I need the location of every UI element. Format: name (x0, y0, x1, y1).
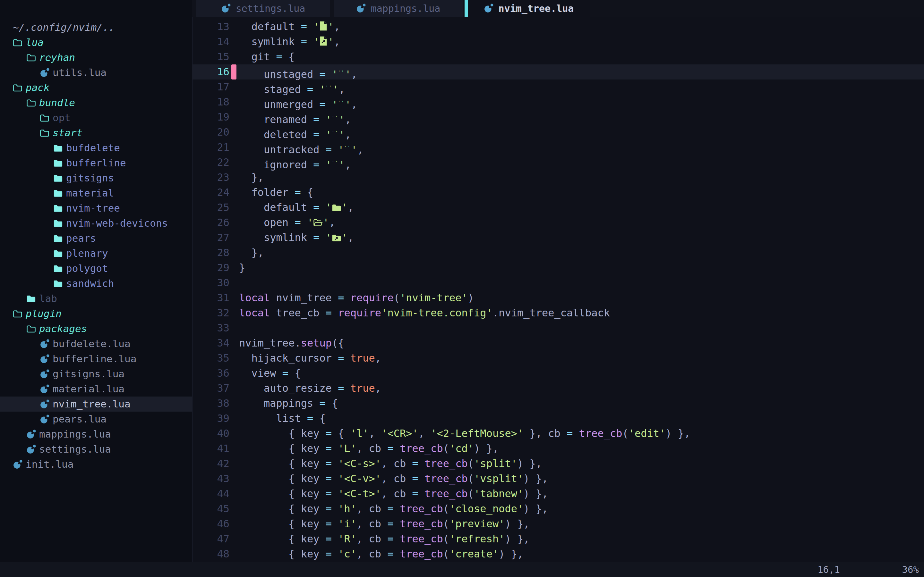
tree-item-label: plugin (26, 306, 61, 321)
tree-item-bundle[interactable]: bundle (0, 95, 192, 110)
sign-column (229, 290, 239, 306)
tree-item-gitsigns[interactable]: gitsigns (0, 171, 192, 185)
line-number: 36 (192, 366, 229, 381)
code-line-30[interactable]: 30 (192, 276, 924, 290)
line-number: 18 (192, 95, 229, 110)
code-line-46[interactable]: 46 { key = 'i', cb = tree_cb('preview') … (192, 516, 924, 532)
code-line-22[interactable]: 22 ignored = '''', (192, 155, 924, 170)
line-number: 38 (192, 396, 229, 411)
code-line-13[interactable]: 13 default = '', (192, 19, 924, 34)
code-line-28[interactable]: 28 }, (192, 245, 924, 260)
tab-nvim_tree-lua[interactable]: nvim_tree.lua (468, 0, 590, 17)
file-icon (319, 21, 328, 31)
folder-icon (53, 204, 66, 213)
code-line-24[interactable]: 24 folder = { (192, 185, 924, 200)
sign-column (229, 335, 239, 351)
code-line-37[interactable]: 37 auto_resize = true, (192, 381, 924, 396)
tree-item-nvim-tree[interactable]: nvim-tree (0, 201, 192, 216)
tree-item-lua[interactable]: lua (0, 35, 192, 50)
tree-item-material[interactable]: material (0, 185, 192, 201)
line-text: auto_resize = true, (239, 381, 381, 396)
code-line-23[interactable]: 23 }, (192, 170, 924, 185)
tree-item-bufferline[interactable]: bufferline (0, 155, 192, 171)
tab-label: mappings.lua (371, 3, 441, 14)
tree-item-bufferline-lua[interactable]: bufferline.lua (0, 351, 192, 366)
code-line-31[interactable]: 31local nvim_tree = require('nvim-tree') (192, 290, 924, 306)
tree-item-init-lua[interactable]: init.lua (0, 457, 192, 472)
code-line-42[interactable]: 42 { key = '<C-s>', cb = tree_cb('split'… (192, 456, 924, 471)
code-line-38[interactable]: 38 mappings = { (192, 396, 924, 411)
code-line-25[interactable]: 25 default = '', (192, 200, 924, 215)
code-line-45[interactable]: 45 { key = 'h', cb = tree_cb('close_node… (192, 501, 924, 516)
tree-item-polygot[interactable]: polygot (0, 261, 192, 276)
code-line-21[interactable]: 21 untracked = '''', (192, 140, 924, 155)
tree-item-mappings-lua[interactable]: mappings.lua (0, 427, 192, 442)
tree-item-utils-lua[interactable]: utils.lua (0, 65, 192, 80)
code-editor[interactable]: 13 default = '',14 symlink = '',15 git =… (192, 17, 924, 562)
tab-settings-lua[interactable]: settings.lua (196, 0, 330, 17)
code-line-20[interactable]: 20 deleted = '''', (192, 125, 924, 140)
cursor-position: 16,1 (817, 562, 840, 577)
tree-item-pears-lua[interactable]: pears.lua (0, 412, 192, 427)
tab-mappings-lua[interactable]: mappings.lua (334, 0, 463, 17)
tree-item-packages[interactable]: packages (0, 321, 192, 336)
tree-item-label: pears.lua (53, 412, 107, 427)
tree-item-start[interactable]: start (0, 125, 192, 140)
tree-item-gitsigns-lua[interactable]: gitsigns.lua (0, 366, 192, 382)
code-line-40[interactable]: 40 { key = { 'l', '<CR>', '<2-LeftMouse>… (192, 426, 924, 441)
line-number: 32 (192, 306, 229, 321)
code-line-19[interactable]: 19 renamed = '''', (192, 110, 924, 125)
code-line-33[interactable]: 33 (192, 321, 924, 335)
tree-item-material-lua[interactable]: material.lua (0, 382, 192, 396)
code-line-44[interactable]: 44 { key = '<C-t>', cb = tree_cb('tabnew… (192, 486, 924, 501)
lua-icon (221, 3, 231, 13)
tree-item-plenary[interactable]: plenary (0, 246, 192, 261)
line-number: 41 (192, 441, 229, 456)
code-line-26[interactable]: 26 open = '', (192, 215, 924, 230)
code-line-15[interactable]: 15 git = { (192, 49, 924, 64)
lua-icon (484, 3, 493, 13)
code-line-17[interactable]: 17 staged = '''', (192, 79, 924, 95)
nvim-tree-sidebar[interactable]: ~/.config/nvim/.. luareyhanutils.luapack… (0, 0, 192, 562)
code-line-32[interactable]: 32local tree_cb = require'nvim-tree.conf… (192, 306, 924, 321)
tree-item-pears[interactable]: pears (0, 231, 192, 246)
git-status-glyph: '' (332, 130, 339, 135)
code-line-27[interactable]: 27 symlink = '', (192, 230, 924, 245)
code-line-29[interactable]: 29} (192, 260, 924, 276)
code-line-39[interactable]: 39 list = { (192, 411, 924, 426)
code-line-16[interactable]: 16 unstaged = '''', (192, 64, 924, 79)
tree-item-bufdelete-lua[interactable]: bufdelete.lua (0, 336, 192, 351)
tree-root-path[interactable]: ~/.config/nvim/.. (0, 20, 192, 35)
sign-column (229, 79, 239, 95)
sign-column (229, 306, 239, 321)
code-line-48[interactable]: 48 { key = 'c', cb = tree_cb('create') }… (192, 546, 924, 562)
tree-item-nvim-web-devicons[interactable]: nvim-web-devicons (0, 216, 192, 231)
code-line-41[interactable]: 41 { key = 'L', cb = tree_cb('cd') }, (192, 441, 924, 456)
line-text: unmerged = '''', (239, 95, 357, 110)
tree-item-label: bundle (39, 95, 75, 110)
code-line-18[interactable]: 18 unmerged = '''', (192, 95, 924, 110)
code-line-34[interactable]: 34nvim_tree.setup({ (192, 335, 924, 351)
tree-item-bufdelete[interactable]: bufdelete (0, 140, 192, 155)
tree-item-plugin[interactable]: plugin (0, 306, 192, 321)
line-number: 19 (192, 110, 229, 125)
code-line-47[interactable]: 47 { key = 'R', cb = tree_cb('refresh') … (192, 532, 924, 546)
tab-label: nvim_tree.lua (499, 3, 574, 14)
sign-column (229, 200, 239, 215)
code-line-43[interactable]: 43 { key = '<C-v>', cb = tree_cb('vsplit… (192, 471, 924, 486)
sign-column (229, 546, 239, 562)
code-line-36[interactable]: 36 view = { (192, 366, 924, 381)
tree-item-settings-lua[interactable]: settings.lua (0, 442, 192, 457)
tree-item-reyhan[interactable]: reyhan (0, 50, 192, 65)
line-text: default = '', (239, 19, 340, 34)
lua-icon (356, 3, 366, 13)
tree-item-opt[interactable]: opt (0, 110, 192, 125)
sign-column (229, 456, 239, 471)
tree-item-nvim_tree-lua[interactable]: nvim_tree.lua (0, 396, 192, 412)
code-line-35[interactable]: 35 hijack_cursor = true, (192, 351, 924, 366)
tree-item-pack[interactable]: pack (0, 80, 192, 95)
tree-item-sandwich[interactable]: sandwich (0, 276, 192, 291)
tree-item-lab[interactable]: lab (0, 291, 192, 306)
lua-icon (40, 354, 53, 364)
code-line-14[interactable]: 14 symlink = '', (192, 34, 924, 49)
